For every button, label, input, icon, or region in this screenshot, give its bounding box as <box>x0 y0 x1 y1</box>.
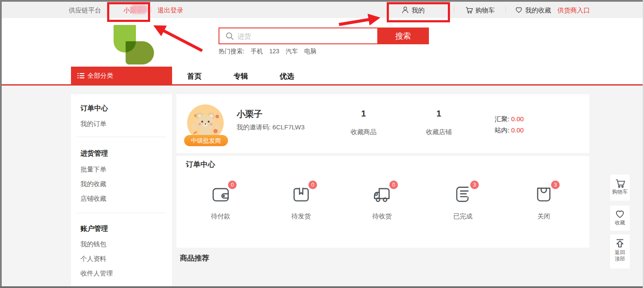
float-favorite-button[interactable]: 收藏 <box>610 205 630 231</box>
divider <box>505 6 506 13</box>
count-badge: 0 <box>308 181 317 189</box>
order-status-label: 已完成 <box>424 212 502 221</box>
back-to-top-label-line2: 顶部 <box>610 256 630 262</box>
stat-value: 1 <box>338 109 389 119</box>
balance-value: 0.00 <box>511 126 524 134</box>
cart-icon <box>614 178 626 189</box>
sidebar-section-order-center: 订单中心 <box>80 104 108 113</box>
document-icon <box>453 184 473 205</box>
order-status-label: 待收货 <box>343 212 421 221</box>
count-badge: 3 <box>551 181 560 189</box>
privacy-redaction-blur <box>130 5 148 14</box>
balance-label: 站内: <box>495 126 509 134</box>
order-status-label: 关闭 <box>505 212 582 221</box>
arrow-up-to-top-icon <box>614 237 626 249</box>
divider <box>77 137 166 137</box>
window-frame <box>0 0 644 2</box>
topbar-cart-link[interactable]: 购物车 <box>475 6 495 15</box>
divider <box>77 213 166 213</box>
divider <box>454 6 454 13</box>
sidebar-item-batch-order[interactable]: 批量下单 <box>80 165 106 174</box>
hot-search-label: 热门搜索: <box>219 48 244 55</box>
float-cart-label: 购物车 <box>610 189 630 195</box>
sidebar-item-recipient-mgmt[interactable]: 收件人管理 <box>80 270 113 278</box>
divider <box>151 6 152 13</box>
order-center-title: 订单中心 <box>186 159 215 169</box>
order-status-label: 待付款 <box>182 212 259 221</box>
sidebar-item-my-favorites[interactable]: 我的收藏 <box>80 180 106 188</box>
order-status-pending-payment[interactable]: 0 待付款 <box>182 184 259 221</box>
hot-search: 热门搜索: 手机 123 汽车 电脑 <box>219 48 316 55</box>
balance-value: 0.00 <box>511 115 524 123</box>
hot-keyword[interactable]: 汽车 <box>286 48 298 55</box>
heart-icon <box>614 208 626 220</box>
sidebar-item-my-orders[interactable]: 我的订单 <box>80 120 106 128</box>
balance-label: 汇聚: <box>495 115 509 123</box>
order-status-pending-shipment[interactable]: 0 待发货 <box>262 184 340 221</box>
float-cart-button[interactable]: 购物车 <box>610 174 630 201</box>
logout-link[interactable]: 退出登录 <box>157 6 183 15</box>
profile-name: 小栗子 <box>237 108 262 120</box>
order-status-completed[interactable]: 3 已完成 <box>424 184 502 221</box>
sidebar-section-account-mgmt: 账户管理 <box>80 224 108 233</box>
search-box: 搜索 <box>219 28 429 44</box>
list-menu-icon <box>77 72 85 80</box>
order-status-closed[interactable]: 3 关闭 <box>505 184 582 221</box>
stat-value: 1 <box>413 109 465 119</box>
window-frame <box>0 286 644 288</box>
float-favorite-label: 收藏 <box>610 220 630 226</box>
site-logo[interactable] <box>113 25 160 64</box>
back-to-top-label-line1: 返回 <box>610 249 630 256</box>
supplier-entry-link[interactable]: 供货商入口 <box>558 6 590 15</box>
balance-row: 站内:0.00 <box>495 125 524 136</box>
stat-label: 收藏店铺 <box>413 128 465 136</box>
hot-keyword[interactable]: 123 <box>269 48 279 55</box>
bag-icon <box>533 184 554 205</box>
order-status-pending-receipt[interactable]: 0 待收货 <box>343 184 421 221</box>
balances: 汇聚:0.00 站内:0.00 <box>495 113 524 136</box>
topbar-my-link[interactable]: 我的 <box>412 6 425 15</box>
count-badge: 0 <box>389 181 398 189</box>
nav-albums[interactable]: 专辑 <box>234 71 248 81</box>
wholesaler-level-badge: 中级批发商 <box>184 135 228 146</box>
count-badge: 0 <box>228 181 237 189</box>
hot-keyword[interactable]: 手机 <box>251 48 263 55</box>
platform-title: 供应链平台 <box>69 6 101 15</box>
heart-icon <box>515 6 523 14</box>
count-badge: 3 <box>470 181 479 189</box>
window-frame <box>0 0 2 288</box>
product-recommend-title: 商品推荐 <box>180 253 209 263</box>
user-icon <box>401 6 410 14</box>
page: 供应链平台 小栗子 退出登录 我的 购物车 我的收藏 供货商入口 搜索 热门搜索… <box>0 0 644 288</box>
all-categories-label: 全部分类 <box>87 72 113 80</box>
invite-code: 我的邀请码: 6CLF7LW3 <box>237 123 305 132</box>
nav-home[interactable]: 首页 <box>187 71 202 81</box>
back-to-top-button[interactable]: 返回 顶部 <box>610 234 630 269</box>
stat-favorite-shops[interactable]: 1 收藏店铺 <box>413 109 465 136</box>
topbar-favorites-link[interactable]: 我的收藏 <box>525 6 551 15</box>
sidebar-section-purchase-mgmt: 进货管理 <box>80 149 108 158</box>
nav-picks[interactable]: 优选 <box>280 71 294 81</box>
wallet-icon <box>210 184 231 205</box>
search-input[interactable] <box>237 29 376 43</box>
order-status-label: 待发货 <box>262 212 340 221</box>
sidebar-item-my-wallet[interactable]: 我的钱包 <box>80 240 106 248</box>
all-categories-button[interactable]: 全部分类 <box>71 67 172 84</box>
stat-favorite-products[interactable]: 1 收藏商品 <box>338 109 389 136</box>
stat-label: 收藏商品 <box>338 128 389 136</box>
sidebar-item-personal-info[interactable]: 个人资料 <box>80 255 106 263</box>
cart-icon <box>465 6 473 14</box>
package-icon <box>291 184 311 205</box>
search-button[interactable]: 搜索 <box>377 28 429 44</box>
hot-keyword[interactable]: 电脑 <box>304 48 316 55</box>
search-icon <box>225 31 235 41</box>
truck-icon <box>372 184 392 205</box>
sidebar-item-shop-favorites[interactable]: 店铺收藏 <box>80 195 106 203</box>
balance-row: 汇聚:0.00 <box>495 113 524 125</box>
